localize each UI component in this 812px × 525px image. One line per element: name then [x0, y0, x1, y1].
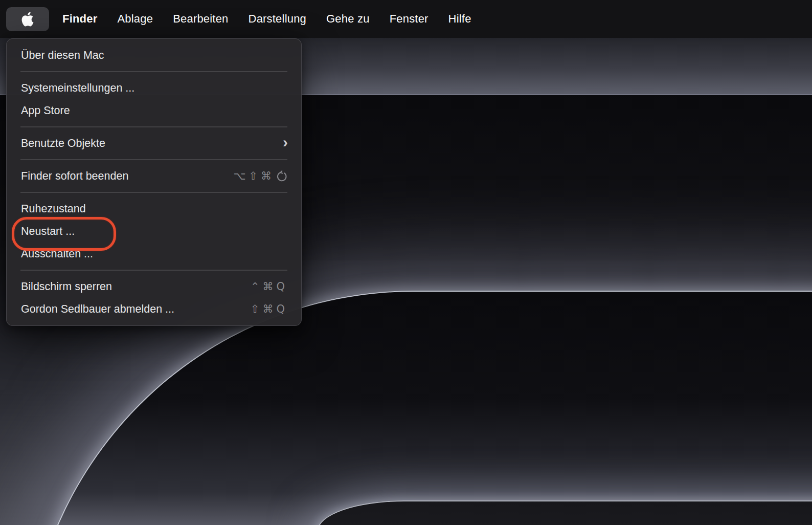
menu-item-label: Finder sofort beenden — [21, 170, 233, 183]
chevron-right-icon: › — [283, 135, 288, 150]
menu-item-neustart[interactable]: Neustart ... — [7, 220, 301, 243]
apple-menu-panel: Über diesen Mac Systemeinstellungen ... … — [6, 38, 302, 326]
menubar-items: Finder Ablage Bearbeiten Darstellung Geh… — [62, 12, 471, 26]
menu-bar: Finder Ablage Bearbeiten Darstellung Geh… — [0, 0, 812, 38]
menu-item-shortcut: ⇧⌘Q — [251, 303, 288, 315]
menu-separator — [20, 270, 287, 271]
menu-item-label: Neustart ... — [21, 225, 288, 238]
shortcut-keys: ⌃⌘Q — [251, 280, 288, 293]
menu-item-label: Bildschirm sperren — [21, 280, 251, 293]
shortcut-keys: ⇧⌘Q — [251, 303, 288, 315]
menubar-item-hilfe[interactable]: Hilfe — [448, 12, 471, 26]
menubar-item-fenster[interactable]: Fenster — [390, 12, 428, 26]
menubar-item-bearbeiten[interactable]: Bearbeiten — [173, 12, 228, 26]
menubar-item-finder[interactable]: Finder — [62, 12, 97, 26]
menu-item-abmelden[interactable]: Gordon Sedlbauer abmelden ... ⇧⌘Q — [7, 298, 301, 320]
menu-item-label: Gordon Sedlbauer abmelden ... — [21, 303, 251, 316]
menu-item-systemeinstellungen[interactable]: Systemeinstellungen ... — [7, 77, 301, 99]
menubar-item-gehe-zu[interactable]: Gehe zu — [326, 12, 370, 26]
menubar-item-ablage[interactable]: Ablage — [117, 12, 153, 26]
shortcut-keys: ⌥⇧⌘ — [233, 170, 275, 182]
menu-item-label: Über diesen Mac — [21, 49, 288, 62]
menu-item-finder-sofort-beenden[interactable]: Finder sofort beenden ⌥⇧⌘ — [7, 165, 301, 187]
wallpaper-inner-curve — [317, 500, 812, 525]
menu-item-bildschirm-sperren[interactable]: Bildschirm sperren ⌃⌘Q — [7, 275, 301, 298]
menu-separator — [20, 192, 287, 193]
menu-separator — [20, 126, 287, 127]
apple-menu-button[interactable] — [6, 7, 49, 31]
menu-item-label: Systemeinstellungen ... — [21, 82, 288, 95]
apple-logo-icon — [20, 11, 35, 28]
menu-item-ruhezustand[interactable]: Ruhezustand — [7, 198, 301, 220]
menu-item-benutzte-objekte[interactable]: Benutzte Objekte › — [7, 132, 301, 155]
menu-item-label: App Store — [21, 104, 288, 117]
menu-item-shortcut: ⌃⌘Q — [251, 280, 288, 293]
menu-item-ueber-diesen-mac[interactable]: Über diesen Mac — [7, 44, 301, 67]
menu-item-shortcut: ⌥⇧⌘ — [233, 170, 288, 182]
menu-separator — [20, 71, 287, 72]
menu-item-label: Ausschalten ... — [21, 248, 288, 260]
menu-item-ausschalten[interactable]: Ausschalten ... — [7, 243, 301, 265]
menu-separator — [20, 159, 287, 160]
menu-item-label: Benutzte Objekte — [21, 137, 283, 150]
menu-item-label: Ruhezustand — [21, 203, 288, 215]
escape-key-icon — [276, 170, 288, 182]
menubar-item-darstellung[interactable]: Darstellung — [249, 12, 306, 26]
menu-item-app-store[interactable]: App Store — [7, 99, 301, 122]
